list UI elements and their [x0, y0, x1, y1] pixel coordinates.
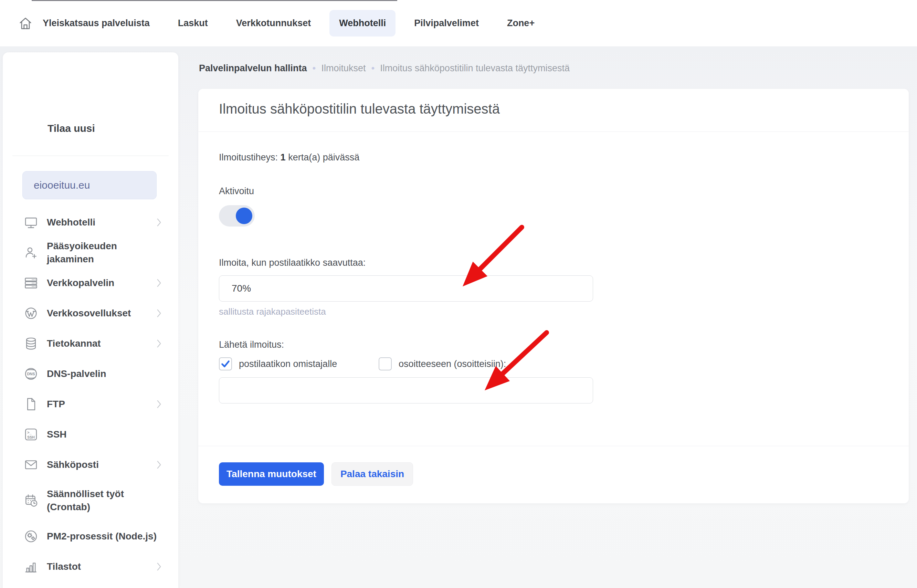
sidebar: Tilaa uusi eiooeituu.eu WebhotelliPääsyo… — [3, 52, 178, 588]
sidebar-item-webhotelli[interactable]: Webhotelli — [3, 207, 178, 237]
breadcrumb: Palvelinpalvelun hallinta•Ilmoitukset•Il… — [199, 63, 570, 74]
nav-item-label: Zone+ — [507, 18, 534, 29]
plus-icon — [24, 121, 39, 136]
sidebar-item-verkkosovellukset[interactable]: Verkkosovellukset — [3, 298, 178, 328]
svg-text:SSH: SSH — [27, 436, 34, 439]
nav-item-yleiskatsaus-palveluista[interactable]: Yleiskatsaus palveluista — [18, 16, 150, 31]
sidebar-item-label: Verkkosovellukset — [47, 307, 131, 320]
owner-checkbox[interactable] — [219, 357, 232, 370]
home-icon — [18, 16, 33, 31]
sidebar-item-verkkopalvelin[interactable]: Verkkopalvelin — [3, 268, 178, 298]
chevron-down-icon — [575, 286, 584, 292]
svg-text:>_: >_ — [27, 430, 32, 435]
sidebar-item-label: Tietokannat — [47, 337, 101, 350]
chevron-right-icon — [156, 399, 162, 409]
mail-icon — [23, 457, 39, 472]
nav-item-label: Pilvipalvelimet — [414, 18, 479, 29]
sidebar-menu: WebhotelliPääsyoikeuden jakaminenVerkkop… — [3, 207, 178, 588]
nav-item-label: Verkkotunnukset — [236, 18, 311, 29]
sidebar-item-label: PM2-prosessit (Node.js) — [47, 530, 157, 543]
sidebar-item-label: Pääsyoikeuden jakaminen — [47, 240, 164, 266]
title-divider — [198, 131, 909, 132]
window-edge-line — [32, 0, 397, 1]
breadcrumb-item[interactable]: Palvelinpalvelun hallinta — [199, 63, 307, 74]
toggle-knob — [236, 208, 252, 224]
sidebar-item-s-nn-lliset-ty-t-crontab-[interactable]: Säännölliset työt (Crontab) — [3, 480, 178, 521]
breadcrumb-item[interactable]: Ilmoitukset — [321, 63, 366, 74]
server-icon — [23, 275, 39, 291]
sidebar-item-label: Verkkopalvelin — [47, 276, 114, 289]
pm2-icon — [23, 529, 39, 544]
sidebar-item-dns-palvelin[interactable]: DNSDNS-palvelin — [3, 359, 178, 389]
threshold-select[interactable]: 70% — [219, 275, 593, 302]
sidebar-item-label: FTP — [47, 397, 65, 411]
nav-item-zone-[interactable]: Zone+ — [507, 18, 534, 29]
ssh-icon: >_SSH — [23, 427, 39, 442]
sidebar-item-p-syoikeuden-jakaminen[interactable]: Pääsyoikeuden jakaminen — [3, 237, 178, 268]
sidebar-item-pm2-prosessit-node-js-[interactable]: PM2-prosessit (Node.js) — [3, 521, 178, 551]
wordpress-icon — [23, 306, 39, 321]
nav-item-label: Yleiskatsaus palveluista — [43, 18, 150, 29]
chevron-right-icon — [156, 339, 162, 348]
page-title: Ilmoitus sähköpostitilin tulevasta täytt… — [219, 101, 500, 117]
frequency-value: 1 — [281, 152, 286, 163]
chevron-right-icon — [156, 460, 162, 470]
chevron-right-icon — [156, 562, 162, 572]
order-new-label: Tilaa uusi — [47, 123, 95, 134]
sidebar-item-s-hk-posti[interactable]: Sähköposti — [3, 450, 178, 480]
sidebar-item-tilastot[interactable]: Tilastot — [3, 551, 178, 582]
monitor-icon — [23, 215, 39, 230]
sidebar-item-label: Säännölliset työt (Crontab) — [47, 488, 164, 514]
sidebar-item-tietokannat[interactable]: Tietokannat — [3, 328, 178, 359]
threshold-select-value: 70% — [232, 283, 251, 294]
breadcrumb-separator: • — [371, 63, 375, 74]
address-checkbox-label[interactable]: osoitteeseen (osoitteisiin): — [399, 359, 506, 369]
sidebar-item-label: Webhotelli — [47, 216, 95, 229]
nav-item-pilvipalvelimet[interactable]: Pilvipalvelimet — [414, 18, 479, 29]
threshold-helper-text: sallitusta rajakapasiteetista — [219, 306, 326, 317]
nav-item-label: Laskut — [178, 18, 208, 29]
threshold-label: Ilmoita, kun postilaatikko saavuttaa: — [219, 257, 366, 268]
frequency-text: Ilmoitustiheys: 1 kerta(a) päivässä — [219, 152, 359, 163]
domain-select-value: eiooeituu.eu — [34, 179, 90, 191]
address-checkbox[interactable] — [379, 357, 392, 370]
svg-text:DNS: DNS — [27, 372, 35, 376]
top-nav: Yleiskatsaus palveluistaLaskutVerkkotunn… — [0, 0, 917, 47]
active-label: Aktivoitu — [219, 186, 254, 197]
owner-checkbox-label[interactable]: postilaatikon omistajalle — [239, 359, 337, 369]
back-button[interactable]: Palaa takaisin — [331, 462, 413, 486]
user-plus-icon — [23, 245, 39, 260]
sidebar-item-label: SSH — [47, 428, 67, 441]
chevron-right-icon — [156, 278, 162, 288]
top-nav-items: Yleiskatsaus palveluistaLaskutVerkkotunn… — [18, 10, 534, 37]
order-new-button[interactable]: Tilaa uusi — [24, 121, 95, 136]
nav-item-label: Webhotelli — [339, 18, 386, 29]
sidebar-item-label: Tilastot — [47, 560, 81, 573]
breadcrumb-separator: • — [313, 63, 316, 74]
chevron-down-icon — [136, 183, 147, 189]
stats-icon — [23, 559, 39, 574]
sidebar-item-label: Sähköposti — [47, 458, 99, 471]
chevron-right-icon — [156, 218, 162, 227]
domain-select[interactable]: eiooeituu.eu — [23, 171, 157, 199]
check-icon — [220, 359, 231, 369]
sidebar-item-ssh[interactable]: >_SSHSSH — [3, 419, 178, 450]
nav-item-webhotelli[interactable]: Webhotelli — [329, 10, 396, 37]
settings-card: Ilmoitus sähköpostitilin tulevasta täytt… — [198, 89, 909, 503]
sidebar-item-lokitiedot[interactable]: Lokitiedot — [3, 582, 178, 588]
dns-icon: DNS — [23, 366, 39, 381]
active-toggle[interactable] — [219, 205, 255, 226]
nav-item-verkkotunnukset[interactable]: Verkkotunnukset — [236, 18, 311, 29]
chevron-right-icon — [156, 309, 162, 318]
breadcrumb-item: Ilmoitus sähköpostitilin tulevasta täytt… — [380, 63, 570, 74]
sidebar-item-label: DNS-palvelin — [47, 367, 107, 380]
save-button[interactable]: Tallenna muutokset — [219, 462, 324, 486]
sidebar-item-ftp[interactable]: FTP — [3, 389, 178, 419]
nav-item-laskut[interactable]: Laskut — [178, 18, 208, 29]
address-input[interactable] — [219, 377, 593, 404]
file-icon — [23, 397, 39, 412]
send-label: Lähetä ilmoitus: — [219, 339, 284, 350]
database-icon — [23, 336, 39, 351]
footer-divider — [198, 446, 909, 446]
crontab-icon — [23, 493, 39, 508]
